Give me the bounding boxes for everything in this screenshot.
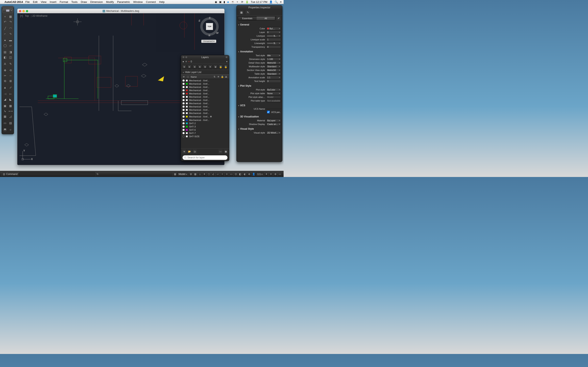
layer-color-swatch[interactable] — [186, 116, 188, 118]
layer-row[interactable]: Mechanical - Xref... — [181, 79, 229, 82]
compass-w[interactable]: W — [216, 32, 218, 34]
current-layer-selector[interactable]: ● ❄ ▪ 0 ▾ — [181, 59, 229, 64]
tool-offset-icon[interactable]: ⊣ — [3, 92, 8, 96]
bookmark-icon[interactable]: ▮ — [224, 0, 225, 3]
tool-chamfer-icon[interactable]: ◣ — [8, 97, 13, 102]
menu-modify[interactable]: Modify — [106, 0, 114, 3]
layer-row[interactable]: SHT-SIZE — [181, 135, 229, 138]
otrack-icon[interactable]: ∠ — [211, 172, 215, 176]
tool-extend-icon[interactable]: ↔ — [8, 73, 13, 78]
layer-color-swatch[interactable] — [186, 96, 188, 98]
wifi-icon[interactable]: ᯤ — [236, 0, 239, 3]
value-text-height[interactable]: 3 — [266, 80, 281, 83]
value-layer[interactable]: 0 — [266, 31, 281, 34]
tool-scale-icon[interactable]: ⤢ — [8, 85, 13, 90]
header-plot-icon[interactable]: 🖶 — [225, 76, 227, 78]
compass-n[interactable]: N — [208, 34, 210, 37]
view-cube[interactable]: TOP N S E W — [200, 17, 219, 36]
value-transparency[interactable]: 0 — [266, 45, 281, 49]
layer-manager-icon[interactable]: 🗂 — [193, 150, 197, 154]
header-visibility-icon[interactable]: 👁 — [182, 76, 185, 78]
layer-visibility-icon[interactable] — [182, 109, 185, 111]
coffee-icon[interactable]: ☕ — [231, 0, 234, 3]
tool-stretch-icon[interactable]: ⊢ — [8, 92, 13, 96]
layer-row[interactable]: Mechanical - Xref... — [181, 105, 229, 108]
tool-fillet-icon[interactable]: ◢ — [3, 97, 8, 102]
tool-add-point-icon[interactable]: + — [3, 14, 8, 19]
tool-box-icon[interactable]: ▦ — [8, 14, 13, 19]
header-freeze-icon[interactable]: ❄ — [217, 75, 220, 78]
layer-color-swatch[interactable] — [186, 112, 188, 114]
tool-polygon-icon[interactable]: ▱ — [8, 43, 13, 48]
layer-row[interactable]: Mechanical - Xref... — [181, 92, 229, 95]
inspector-eyedropper-icon[interactable]: ✐ — [277, 16, 281, 20]
value-linetype[interactable]: B.. — [266, 34, 281, 38]
menu-tools[interactable]: Tools — [71, 0, 77, 3]
tool-layer-dropdown[interactable] — [2, 8, 13, 13]
header-color-icon[interactable]: ▢ — [186, 75, 189, 78]
layer-color-swatch[interactable] — [186, 122, 188, 124]
tool-rotate-icon[interactable]: ⟲ — [8, 68, 13, 73]
layer-row[interactable]: SHT-2 — [181, 122, 229, 125]
section-ucs[interactable]: UCS — [238, 104, 281, 107]
am-icon[interactable]: ◐ — [242, 172, 247, 176]
annotation-scale-selector[interactable]: 1:1 — [256, 172, 264, 176]
layer-visibility-icon[interactable] — [182, 96, 185, 98]
inspector-mode-icon[interactable]: ▦ — [239, 10, 243, 15]
tool-boundary-icon[interactable]: ◫ — [8, 55, 13, 60]
user-icon[interactable]: 👤 — [269, 0, 273, 3]
tpy-icon[interactable]: ▭ — [229, 172, 233, 176]
value-mleader-style[interactable]: Standard — [266, 65, 281, 68]
layer-row[interactable]: SHT-7 — [181, 132, 229, 135]
layer-row[interactable]: Mechanical - Xref... — [181, 102, 229, 105]
menu-connect[interactable]: Connect — [146, 0, 156, 3]
lock-ui-icon[interactable]: ⤧ — [268, 172, 273, 176]
layer-visibility-icon[interactable] — [182, 132, 185, 134]
cmd-recent-icon[interactable]: ↻ — [95, 172, 100, 176]
layer-on-icon[interactable]: ≋ — [203, 65, 207, 69]
battery-icon[interactable]: 🔋 — [245, 0, 249, 3]
picture-icon[interactable]: ▣ — [219, 0, 222, 3]
value-annotation-scale[interactable]: 1:1 — [266, 76, 281, 79]
tool-table-icon[interactable]: ▦ — [3, 114, 8, 119]
tool-leader-icon[interactable]: ↳ — [3, 109, 8, 114]
tag-icon[interactable]: ◆ — [227, 0, 229, 3]
value-table-style[interactable]: Standard — [266, 72, 281, 75]
layer-visibility-icon[interactable] — [182, 122, 185, 124]
tool-copy-icon[interactable]: ⧉ — [3, 78, 8, 83]
layer-row[interactable]: Mechanical - Xref... ❄ — [181, 115, 229, 118]
tool-text-icon[interactable]: A — [3, 61, 8, 66]
layer-unlock-icon[interactable]: 🔓 — [224, 65, 228, 69]
value-section-style[interactable]: Metric50 — [266, 68, 281, 72]
avis-icon[interactable]: 👤 — [251, 172, 256, 176]
layer-visibility-icon[interactable] — [182, 102, 185, 104]
menu-draw[interactable]: Draw — [81, 0, 87, 3]
layer-visibility-icon[interactable] — [182, 89, 185, 91]
layer-color-swatch[interactable] — [186, 125, 188, 128]
value-ucs-per[interactable]: UCS per... — [266, 110, 281, 114]
layer-visibility-icon[interactable] — [182, 86, 185, 88]
tool-plot-icon[interactable]: ▤ — [8, 120, 13, 125]
layer-visibility-icon[interactable] — [182, 99, 185, 101]
sc-icon[interactable]: ◧ — [238, 172, 242, 176]
layer-row[interactable]: Mechanical - Xref... — [181, 99, 229, 102]
tool-mirror-icon[interactable]: ▲ — [3, 85, 8, 90]
layer-visibility-icon[interactable] — [182, 112, 185, 114]
layer-state-icon[interactable]: ≋ — [182, 65, 186, 69]
value-lineweight[interactable]: B.. — [266, 42, 281, 45]
tool-light-icon[interactable]: ☼ — [8, 127, 13, 132]
tool-region-icon[interactable]: ◧ — [3, 55, 8, 60]
tool-arc-icon[interactable]: ◠ — [8, 26, 13, 31]
layer-row[interactable]: Mechanical - Xref... — [181, 95, 229, 99]
section-plot-style[interactable]: Plot Style — [238, 84, 281, 88]
layer-color-swatch[interactable] — [186, 86, 188, 88]
layer-color-swatch[interactable] — [186, 132, 188, 134]
value-ucs-name[interactable] — [266, 108, 281, 109]
tool-line-icon[interactable]: ╱ — [3, 26, 8, 31]
layer-color-swatch[interactable] — [186, 129, 188, 131]
menu-dimension[interactable]: Dimension — [90, 0, 103, 3]
value-detail-style[interactable]: Metric50 — [266, 61, 281, 64]
ducs-icon[interactable]: ▱ — [215, 172, 220, 176]
layer-color-swatch[interactable] — [186, 102, 188, 104]
layer-visibility-icon[interactable] — [182, 92, 185, 95]
